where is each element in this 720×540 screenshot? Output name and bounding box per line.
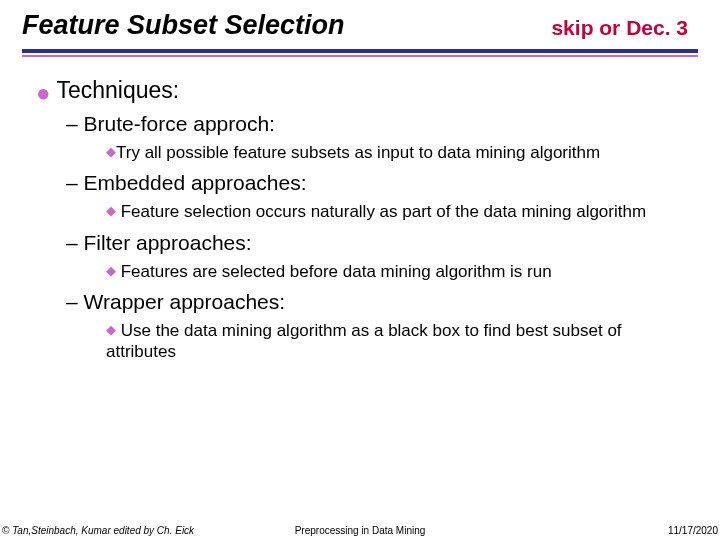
item-heading: Wrapper approaches: <box>84 290 286 313</box>
item-detail-text: Features are selected before data mining… <box>116 262 552 281</box>
title-rule <box>22 49 698 57</box>
slide-body: ● Techniques: – Brute-force approch: ◆Tr… <box>0 57 720 362</box>
section-heading: ● Techniques: <box>36 77 694 104</box>
footer-right: 11/17/2020 <box>668 525 718 536</box>
list-item: – Wrapper approaches: <box>66 290 694 314</box>
section-heading-text: Techniques: <box>56 77 179 103</box>
list-item-detail: ◆ Use the data mining algorithm as a bla… <box>106 320 680 363</box>
item-heading: Filter approaches: <box>84 231 252 254</box>
bullet-dot-icon: ● <box>36 79 51 106</box>
list-item-detail: ◆ Features are selected before data mini… <box>106 261 680 282</box>
bullet-diamond-icon: ◆ <box>106 144 116 159</box>
item-detail-text: Try all possible feature subsets as inpu… <box>116 143 600 162</box>
bullet-diamond-icon: ◆ <box>106 203 116 218</box>
bullet-diamond-icon: ◆ <box>106 263 116 278</box>
item-heading: Embedded approaches: <box>84 171 307 194</box>
item-detail-text: Use the data mining algorithm as a black… <box>106 321 622 361</box>
list-item-detail: ◆Try all possible feature subsets as inp… <box>106 142 680 163</box>
list-item: – Embedded approaches: <box>66 171 694 195</box>
bullet-diamond-icon: ◆ <box>106 322 116 337</box>
slide-title: Feature Subset Selection <box>22 10 345 41</box>
header-note: skip or Dec. 3 <box>551 16 688 40</box>
list-item: – Filter approaches: <box>66 231 694 255</box>
list-item: – Brute-force approch: <box>66 112 694 136</box>
slide-header: Feature Subset Selection skip or Dec. 3 <box>0 0 720 57</box>
rule-navy <box>22 49 698 53</box>
item-heading: Brute-force approch: <box>84 112 275 135</box>
footer-center: Preprocessing in Data Mining <box>295 525 426 536</box>
slide: Feature Subset Selection skip or Dec. 3 … <box>0 0 720 540</box>
footer-left: © Tan,Steinbach, Kumar edited by Ch. Eic… <box>2 525 194 536</box>
item-detail-text: Feature selection occurs naturally as pa… <box>116 202 646 221</box>
list-item-detail: ◆ Feature selection occurs naturally as … <box>106 201 680 222</box>
